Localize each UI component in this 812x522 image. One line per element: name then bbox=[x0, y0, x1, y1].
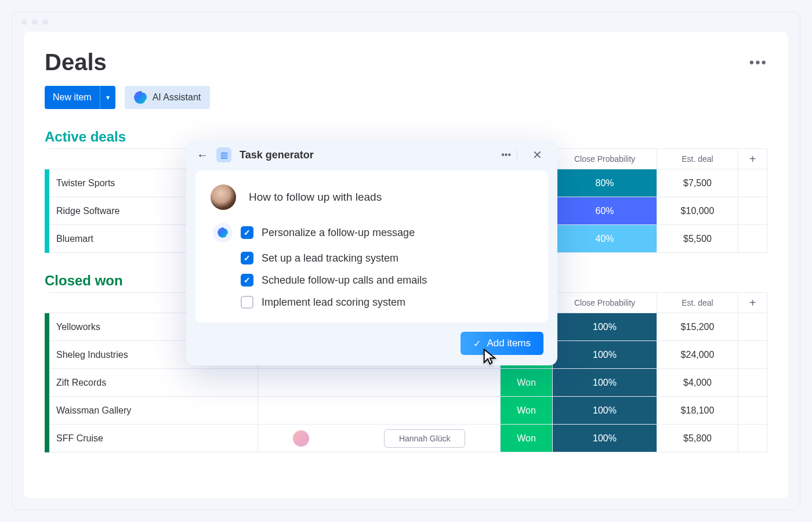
col-est-deal: Est. deal bbox=[657, 292, 738, 313]
user-avatar bbox=[211, 184, 236, 210]
task-generator-icon: ▥ bbox=[216, 147, 231, 162]
task-checkbox[interactable] bbox=[241, 296, 253, 309]
new-item-button[interactable]: New item ▾ bbox=[45, 86, 115, 109]
check-icon: ✓ bbox=[473, 338, 481, 349]
mouse-cursor-icon bbox=[482, 348, 499, 365]
new-item-label: New item bbox=[45, 86, 100, 109]
ai-badge-icon bbox=[213, 223, 233, 242]
est-deal-cell[interactable]: $18,100 bbox=[657, 397, 738, 425]
add-column-button[interactable]: + bbox=[738, 148, 767, 169]
est-deal-cell[interactable]: $5,500 bbox=[657, 225, 738, 253]
status-cell[interactable]: Won bbox=[501, 397, 553, 425]
est-deal-cell[interactable]: $5,800 bbox=[657, 425, 738, 452]
add-column-button[interactable]: + bbox=[738, 292, 767, 313]
window-titlebar bbox=[12, 12, 800, 32]
task-checkbox[interactable] bbox=[241, 226, 253, 239]
close-icon[interactable]: ✕ bbox=[528, 148, 547, 162]
page-title: Deals bbox=[45, 49, 107, 75]
close-probability-cell[interactable]: 100% bbox=[553, 397, 657, 425]
traffic-light-dot bbox=[32, 19, 38, 25]
prompt-text: How to follow up with leads bbox=[249, 191, 382, 204]
person-name[interactable]: Hannah Glück bbox=[384, 429, 465, 448]
task-checkbox[interactable] bbox=[241, 274, 253, 287]
status-cell[interactable]: Won bbox=[501, 425, 553, 452]
popup-title: Task generator bbox=[240, 149, 487, 161]
close-probability-cell[interactable]: 60% bbox=[553, 197, 657, 225]
ai-logo-icon bbox=[134, 91, 147, 104]
est-deal-cell[interactable]: $7,500 bbox=[657, 169, 738, 197]
task-row: Set up a lead tracking system bbox=[213, 252, 533, 264]
table-row[interactable]: SFF Cruise Hannah Glück Won 100% $5,800 bbox=[45, 425, 767, 452]
ai-assistant-label: AI Assistant bbox=[153, 92, 201, 103]
task-label: Implement lead scoring system bbox=[262, 296, 405, 309]
col-close-probability: Close Probability bbox=[553, 148, 657, 169]
close-probability-cell[interactable]: 100% bbox=[553, 369, 657, 397]
col-est-deal: Est. deal bbox=[657, 148, 738, 169]
chevron-down-icon[interactable]: ▾ bbox=[100, 93, 115, 102]
popup-more-icon[interactable]: ••• bbox=[495, 150, 517, 160]
deal-name[interactable]: SFF Cruise bbox=[49, 425, 258, 452]
est-deal-cell[interactable]: $24,000 bbox=[657, 341, 738, 369]
person-avatar bbox=[293, 430, 309, 447]
deal-name[interactable]: Zift Records bbox=[49, 369, 258, 397]
traffic-light-dot bbox=[42, 19, 48, 25]
task-row: Implement lead scoring system bbox=[213, 296, 533, 309]
task-checkbox[interactable] bbox=[241, 252, 253, 264]
close-probability-cell[interactable]: 100% bbox=[553, 425, 657, 452]
est-deal-cell[interactable]: $10,000 bbox=[657, 197, 738, 225]
add-items-button[interactable]: ✓ Add items bbox=[461, 332, 543, 355]
back-arrow-icon[interactable]: ← bbox=[197, 148, 208, 162]
task-label: Schedule follow-up calls and emails bbox=[262, 274, 427, 287]
close-probability-cell[interactable]: 100% bbox=[553, 341, 657, 369]
task-generator-popup: ← ▥ Task generator ••• ✕ How to follow u… bbox=[186, 139, 557, 365]
task-row: Schedule follow-up calls and emails bbox=[213, 274, 533, 287]
close-probability-cell[interactable]: 100% bbox=[553, 313, 657, 341]
table-row[interactable]: Zift Records Won 100% $4,000 bbox=[45, 369, 767, 397]
status-cell[interactable]: Won bbox=[501, 369, 553, 397]
app-window: Deals ••• New item ▾ AI Assistant Active… bbox=[12, 12, 800, 510]
task-label: Set up a lead tracking system bbox=[262, 252, 398, 264]
more-options-icon[interactable]: ••• bbox=[749, 55, 767, 71]
est-deal-cell[interactable]: $4,000 bbox=[657, 369, 738, 397]
board-content: Deals ••• New item ▾ AI Assistant Active… bbox=[24, 32, 788, 498]
est-deal-cell[interactable]: $15,200 bbox=[657, 313, 738, 341]
close-probability-cell[interactable]: 40% bbox=[553, 225, 657, 253]
close-probability-cell[interactable]: 80% bbox=[553, 169, 657, 197]
deal-name[interactable]: Waissman Gallery bbox=[49, 397, 258, 425]
traffic-light-dot bbox=[21, 19, 27, 25]
table-row[interactable]: Waissman Gallery Won 100% $18,100 bbox=[45, 397, 767, 425]
task-row: Personalize a follow-up message bbox=[213, 223, 533, 242]
add-items-label: Add items bbox=[487, 338, 531, 349]
task-label: Personalize a follow-up message bbox=[262, 227, 415, 239]
col-close-probability: Close Probability bbox=[553, 292, 657, 313]
ai-assistant-button[interactable]: AI Assistant bbox=[125, 86, 211, 109]
